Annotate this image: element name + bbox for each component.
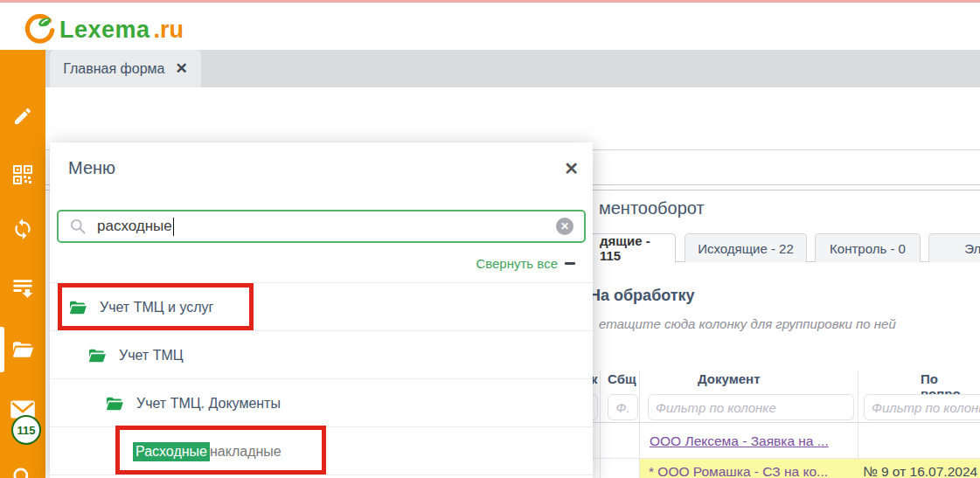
- lexema-logo[interactable]: Lexema.ru: [23, 13, 184, 46]
- tree-item-uchet-tmc-docs[interactable]: Учет ТМЦ. Документы: [105, 379, 577, 427]
- collapse-minus-icon: [565, 262, 575, 265]
- app-window: ментооборот дящие - 115 Исходящие - 22 К…: [0, 0, 980, 478]
- mail-count-badge: 115: [11, 415, 41, 445]
- sync-icon: [11, 218, 34, 240]
- sidebar-item-qr[interactable]: [0, 159, 45, 191]
- collapse-all-label: Свернуть все: [476, 256, 558, 271]
- tab-label: Главная форма: [63, 61, 164, 77]
- doc-tab-label: дящие - 115: [600, 233, 675, 263]
- doc-tab-outgoing[interactable]: Исходящие - 22: [685, 233, 807, 262]
- tree-separator: [50, 475, 593, 475]
- search-icon: [11, 466, 34, 478]
- sidebar-item-search[interactable]: [0, 461, 45, 478]
- folder-open-icon: [10, 340, 35, 359]
- sidebar-item-documents[interactable]: [0, 334, 45, 365]
- menu-close-icon[interactable]: ✕: [564, 158, 579, 179]
- app-header: Lexema.ru: [0, 3, 980, 50]
- pencil-icon: [12, 106, 33, 127]
- grid-line: [600, 371, 601, 478]
- section-title: На обработку: [589, 287, 695, 305]
- search-icon: [69, 218, 87, 235]
- tree-item-label: Учет ТМЦ: [119, 348, 184, 364]
- clear-search-icon[interactable]: ✕: [556, 218, 573, 235]
- annotation-rect-rashodnye: [115, 426, 326, 475]
- group-by-hint: етащите сюда колонку для группировки по …: [599, 316, 896, 331]
- qr-code-icon: [12, 164, 33, 185]
- lexema-logo-icon: [23, 13, 56, 46]
- logo-suffix: .ru: [154, 17, 184, 44]
- doc-tab-label: Исходящие - 22: [698, 241, 794, 256]
- tab-close-icon[interactable]: ✕: [175, 59, 187, 78]
- task-list-download-icon: [11, 277, 34, 300]
- workspace-title: ментооборот: [599, 198, 705, 218]
- column-header-document[interactable]: Документ: [698, 371, 761, 386]
- sidebar-item-edit[interactable]: [0, 100, 45, 132]
- sidebar-item-tasks[interactable]: [0, 273, 45, 304]
- folder-open-icon: [87, 348, 107, 364]
- doc-tab-electronic[interactable]: Электро: [928, 233, 980, 262]
- tree-item-label: Учет ТМЦ. Документы: [136, 396, 281, 412]
- sidebar-item-sync[interactable]: [0, 213, 45, 245]
- document-link[interactable]: ООО Лексема - Заявка на ...: [650, 433, 829, 449]
- search-value: расходные: [97, 218, 172, 235]
- text-cursor: [173, 218, 175, 236]
- collapse-all-link[interactable]: Свернуть все: [476, 256, 575, 271]
- column-header-message[interactable]: Сбщ: [608, 371, 636, 386]
- logo-text: Lexema: [59, 17, 150, 44]
- filter-input-message[interactable]: [608, 394, 638, 420]
- filter-input-document[interactable]: [648, 394, 854, 420]
- menu-search-input[interactable]: расходные ✕: [57, 210, 586, 243]
- question-cell: № 9 от 16.07.2024: [863, 464, 977, 478]
- folder-open-icon: [105, 396, 124, 412]
- grid-line: [560, 422, 980, 423]
- menu-modal-title: Меню: [68, 158, 115, 178]
- doc-tab-control[interactable]: Контроль - 0: [815, 233, 921, 262]
- tree-item-uchet-tmc[interactable]: Учет ТМЦ: [87, 331, 577, 379]
- annotation-rect-uchet-tmc-uslug: [58, 283, 254, 330]
- doc-tab-label: Контроль - 0: [830, 241, 906, 256]
- document-link[interactable]: * ООО Ромашка - СЗ на ко...: [649, 464, 828, 478]
- tab-main-form[interactable]: Главная форма ✕: [50, 50, 201, 87]
- filter-input-question[interactable]: [864, 394, 980, 420]
- doc-tab-label: Электро: [964, 241, 980, 256]
